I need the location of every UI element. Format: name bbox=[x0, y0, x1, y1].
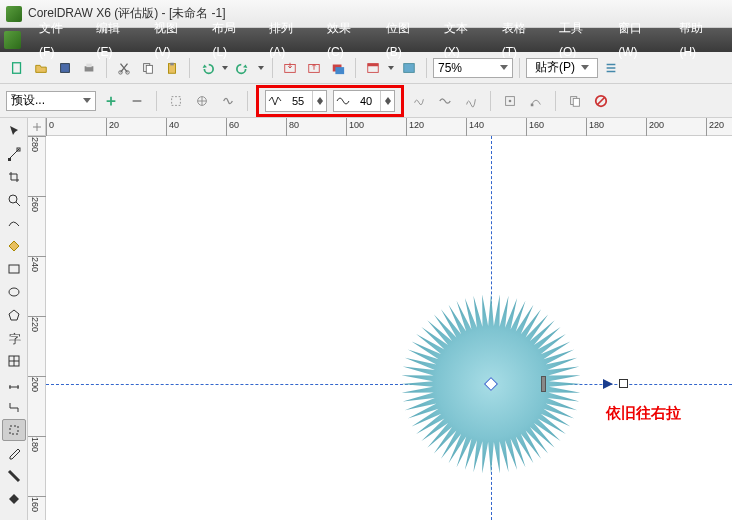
dropdown-arrow-icon bbox=[581, 65, 589, 70]
menu-help[interactable]: 帮助(H) bbox=[669, 16, 728, 64]
svg-rect-21 bbox=[531, 103, 534, 106]
ellipse-tool[interactable] bbox=[2, 281, 26, 303]
distort-mode3-button[interactable] bbox=[217, 90, 239, 112]
stepper-down[interactable] bbox=[313, 101, 326, 111]
separator bbox=[555, 91, 556, 111]
undo-button[interactable] bbox=[196, 57, 218, 79]
wave-icon bbox=[334, 96, 352, 106]
stepper-up[interactable] bbox=[313, 91, 326, 101]
clear-distort-button[interactable] bbox=[590, 90, 612, 112]
interactive-tool[interactable] bbox=[2, 419, 26, 441]
export-button[interactable] bbox=[303, 57, 325, 79]
svg-point-27 bbox=[9, 195, 17, 203]
text-tool[interactable]: 字 bbox=[2, 327, 26, 349]
separator bbox=[426, 58, 427, 78]
end-handle[interactable] bbox=[619, 379, 628, 388]
frequency-stepper[interactable] bbox=[333, 90, 395, 112]
table-tool[interactable] bbox=[2, 350, 26, 372]
svg-rect-32 bbox=[10, 426, 18, 434]
fill-tool[interactable] bbox=[2, 488, 26, 510]
remove-preset-button[interactable] bbox=[126, 90, 148, 112]
presets-combo[interactable]: 预设... bbox=[6, 91, 96, 111]
distort-mode2-button[interactable] bbox=[191, 90, 213, 112]
ruler-origin[interactable] bbox=[28, 118, 46, 136]
svg-rect-3 bbox=[86, 63, 91, 67]
presets-label: 预设... bbox=[11, 92, 45, 109]
redo-dropdown[interactable] bbox=[256, 57, 266, 79]
redo-button[interactable] bbox=[232, 57, 254, 79]
svg-rect-15 bbox=[368, 63, 379, 66]
open-button[interactable] bbox=[30, 57, 52, 79]
svg-rect-1 bbox=[61, 63, 70, 72]
cut-button[interactable] bbox=[113, 57, 135, 79]
welcome-button[interactable] bbox=[362, 57, 384, 79]
svg-rect-16 bbox=[404, 63, 415, 72]
zoom-value: 75% bbox=[438, 61, 462, 75]
highlighted-parameters bbox=[256, 85, 404, 117]
canvas-area: 020406080100120140160180200220 280260240… bbox=[28, 118, 732, 520]
svg-point-29 bbox=[9, 288, 19, 296]
separator bbox=[490, 91, 491, 111]
direction-arrow-icon[interactable] bbox=[603, 379, 613, 389]
center-distort-button[interactable] bbox=[499, 90, 521, 112]
separator bbox=[247, 91, 248, 111]
distort-mode1-button[interactable] bbox=[165, 90, 187, 112]
distortion-slider[interactable] bbox=[541, 376, 546, 392]
separator bbox=[106, 58, 107, 78]
svg-rect-28 bbox=[9, 265, 19, 273]
app-logo-icon bbox=[6, 6, 22, 22]
outline-tool[interactable] bbox=[2, 465, 26, 487]
fullscreen-button[interactable] bbox=[398, 57, 420, 79]
amplitude-stepper[interactable] bbox=[265, 90, 327, 112]
add-preset-button[interactable] bbox=[100, 90, 122, 112]
canvas[interactable]: 依旧往右拉 bbox=[46, 136, 732, 520]
copy-button[interactable] bbox=[137, 57, 159, 79]
shape-tool[interactable] bbox=[2, 143, 26, 165]
polygon-tool[interactable] bbox=[2, 304, 26, 326]
zigzag-icon bbox=[266, 96, 284, 106]
eyedropper-tool[interactable] bbox=[2, 442, 26, 464]
annotation-text: 依旧往右拉 bbox=[606, 404, 681, 423]
svg-rect-23 bbox=[573, 98, 579, 106]
crop-tool[interactable] bbox=[2, 166, 26, 188]
app-launcher-button[interactable] bbox=[327, 57, 349, 79]
horizontal-guide[interactable] bbox=[46, 384, 732, 385]
svg-rect-13 bbox=[335, 67, 344, 74]
print-button[interactable] bbox=[78, 57, 100, 79]
freehand-tool[interactable] bbox=[2, 212, 26, 234]
pick-tool[interactable] bbox=[2, 120, 26, 142]
app-logo-icon bbox=[4, 31, 21, 49]
dropdown-arrow-icon bbox=[500, 65, 508, 70]
frequency-input[interactable] bbox=[352, 95, 380, 107]
copy-distort-button[interactable] bbox=[564, 90, 586, 112]
amplitude-input[interactable] bbox=[284, 95, 312, 107]
new-button[interactable] bbox=[6, 57, 28, 79]
svg-point-20 bbox=[509, 99, 512, 102]
smooth-distort-button[interactable] bbox=[434, 90, 456, 112]
toolbox: 字 bbox=[0, 118, 28, 520]
local-distort-button[interactable] bbox=[460, 90, 482, 112]
property-bar: 预设... bbox=[0, 84, 732, 118]
zoom-tool[interactable] bbox=[2, 189, 26, 211]
zoom-combo[interactable]: 75% bbox=[433, 58, 513, 78]
options-button[interactable] bbox=[600, 57, 622, 79]
stepper-down[interactable] bbox=[381, 101, 394, 111]
horizontal-ruler[interactable]: 020406080100120140160180200220 bbox=[46, 118, 732, 136]
welcome-dropdown[interactable] bbox=[386, 57, 396, 79]
svg-rect-17 bbox=[172, 96, 181, 105]
snap-combo[interactable]: 贴齐(P) bbox=[526, 58, 598, 78]
paste-button[interactable] bbox=[161, 57, 183, 79]
save-button[interactable] bbox=[54, 57, 76, 79]
separator bbox=[519, 58, 520, 78]
undo-dropdown[interactable] bbox=[220, 57, 230, 79]
vertical-ruler[interactable]: 280260240220200180160 bbox=[28, 136, 46, 520]
connector-tool[interactable] bbox=[2, 396, 26, 418]
import-button[interactable] bbox=[279, 57, 301, 79]
convert-curves-button[interactable] bbox=[525, 90, 547, 112]
random-distort-button[interactable] bbox=[408, 90, 430, 112]
dimension-tool[interactable] bbox=[2, 373, 26, 395]
svg-rect-25 bbox=[8, 158, 11, 161]
smart-fill-tool[interactable] bbox=[2, 235, 26, 257]
rectangle-tool[interactable] bbox=[2, 258, 26, 280]
stepper-up[interactable] bbox=[381, 91, 394, 101]
